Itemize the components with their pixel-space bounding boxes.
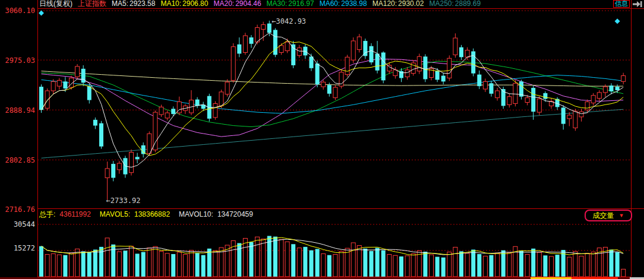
candle-body-up [219,92,223,106]
volume-bar-up [183,255,187,277]
volume-bar-up [621,269,626,277]
stock-chart-window: 日线(复权) 上证指数 MA5:2923.58 MA10:2906.80 MA2… [0,0,644,279]
volume-bar-up [57,255,61,277]
volume-bar-down [615,252,620,277]
volume-bar-up [147,248,151,277]
candle-body-down [615,87,620,90]
event-marker-diamond [39,10,44,15]
volume-bar-down [375,248,380,277]
candle-body-up [405,70,409,77]
low-price-annotation: ←2733.92 [106,196,141,205]
candle-body-down [490,83,494,94]
mavol5-label: MAVOL5: [100,209,130,220]
candle-body-down [93,120,97,126]
candle-body-up [483,81,487,89]
volume-bar-up [159,251,163,277]
price-axis-label: 2975.03 [0,56,35,65]
candle-body-up [45,91,49,108]
candle-body-up [285,42,289,51]
volume-bar-up [507,253,512,277]
volume-bar-down [207,249,211,277]
candle-body-up [465,50,469,58]
candle-body-down [63,81,67,88]
candle-body-down [459,47,463,58]
volume-bar-up [190,251,194,277]
volume-bar-down [441,258,446,277]
info-button[interactable]: 信息 [613,0,630,8]
volume-bar-down [477,254,481,277]
candle-body-down [195,100,200,106]
volume-bar-down [39,246,43,277]
volume-bar-up [261,239,266,277]
volume-type-selector[interactable]: 成交量 ▼ [585,210,632,221]
candle-body-down [327,85,332,94]
candle-body-up [345,57,349,74]
candle-body-up [243,36,247,52]
volume-axis-label: 30544 [0,220,35,229]
volume-bar-up [213,251,217,277]
header-controls: 信息 [613,0,642,8]
candle-body-up [495,91,500,98]
ma-line-ma5 [42,33,624,167]
ma60-legend: MA60:2938.98 [320,0,367,8]
volume-bar-up [550,256,554,277]
candle-body-down [273,30,277,55]
candle-body-up [261,25,266,30]
mavol10-value: 134720459 [217,209,253,220]
candle-body-down [111,164,115,177]
chart-header: 日线(复权) 上证指数 MA5:2923.58 MA10:2906.80 MA2… [39,0,481,8]
volume-bar-down [370,251,374,277]
candle-body-up [147,134,151,153]
volume-bar-up [387,255,392,277]
chart-top-border [37,8,644,9]
ma10-legend: MA10:2906.80 [160,0,208,8]
candle-body-up [537,99,541,112]
volume-bar-down [303,247,307,277]
candle-body-down [441,76,446,82]
volume-bar-down [310,251,314,277]
candle-body-up [333,87,337,98]
candle-body-down [423,56,427,79]
candle-body-up [597,93,601,99]
volume-bar-up [430,255,434,277]
volume-bar-down [291,244,295,277]
next-panel-arrow-icon[interactable] [632,1,642,8]
volume-bar-down [273,237,277,277]
candle-body-up [321,82,326,87]
volume-bar-up [453,247,457,277]
mavol5-line [42,237,624,255]
volume-bar-up [573,251,577,277]
candle-body-down [543,93,547,99]
volume-bar-down [501,251,506,277]
volume-bar-up [357,246,361,277]
candle-body-down [471,51,475,73]
price-chart[interactable]: ←3042.93←2733.92 [37,8,631,213]
volume-bar-down [543,255,547,277]
mavol5-value: 138366882 [134,209,170,220]
volume-chart[interactable] [37,221,631,277]
period-label[interactable]: 日线(复权) [39,0,72,8]
candle-body-up [105,169,109,178]
candle-body-up [165,113,169,118]
volume-bar-up [70,253,74,277]
volume-bar-down [135,253,140,277]
volume-bar-up [579,256,583,277]
volume-bar-down [423,252,427,277]
volume-bar-up [297,248,301,277]
candle-body-down [237,45,241,54]
candle-body-up [279,46,283,53]
candle-body-down [267,24,272,33]
volume-bar-up [495,253,500,277]
volume-bar-down [555,255,560,277]
volume-bar-up [117,252,121,277]
symbol-name[interactable]: 上证指数 [78,0,106,8]
event-marker-diamond [615,18,620,24]
candle-body-up [117,163,121,170]
candle-body-down [39,87,43,110]
volume-bar-up [105,238,109,277]
candle-body-up [225,82,229,94]
volume-bar-up [279,239,283,277]
volume-bar-up [465,253,469,277]
volume-bar-up [285,242,289,277]
price-axis-label: 2802.85 [0,156,35,164]
